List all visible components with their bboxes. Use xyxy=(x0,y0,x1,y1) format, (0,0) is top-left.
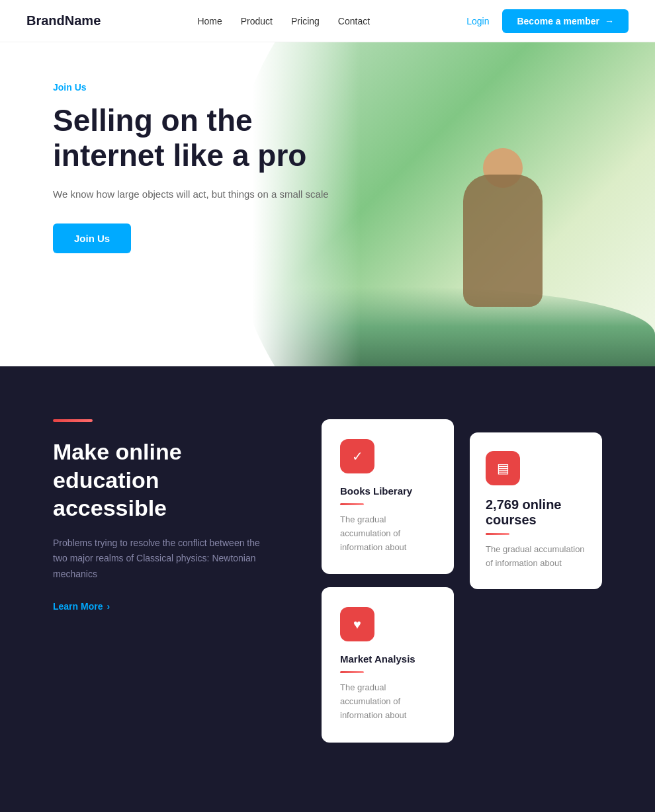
market-icon-wrap: ♥ xyxy=(340,607,374,641)
navbar: BrandName Home Product Pricing Contact L… xyxy=(0,0,655,42)
books-card-text: The gradual accumulation of information … xyxy=(340,513,435,554)
login-link[interactable]: Login xyxy=(466,16,489,26)
nav-links: Home Product Pricing Contact xyxy=(197,15,370,27)
brand-logo: BrandName xyxy=(26,13,101,28)
market-card-title: Market Analysis xyxy=(340,653,435,665)
courses-icon-wrap: ▤ xyxy=(486,451,520,485)
nav-link-pricing[interactable]: Pricing xyxy=(291,16,320,26)
nav-item-pricing[interactable]: Pricing xyxy=(291,15,320,27)
nav-actions: Login Become a member → xyxy=(466,9,629,33)
courses-count: 2,769 online courses xyxy=(486,497,586,528)
features-title: Make online education accessible xyxy=(53,438,265,522)
hero-tag: Join Us xyxy=(53,82,344,93)
market-analysis-card: ♥ Market Analysis The gradual accumulati… xyxy=(322,587,454,742)
online-courses-card: ▤ 2,769 online courses The gradual accum… xyxy=(470,432,602,589)
become-member-button[interactable]: Become a member → xyxy=(502,9,629,33)
checkmark-icon: ✓ xyxy=(352,448,363,464)
main-cards-column: ✓ Books Liberary The gradual accumulatio… xyxy=(322,419,454,743)
books-icon-wrap: ✓ xyxy=(340,439,374,473)
features-left-content: Make online education accessible Problem… xyxy=(53,419,265,612)
become-member-label: Become a member xyxy=(517,16,599,26)
nav-link-product[interactable]: Product xyxy=(241,16,273,26)
hero-figure xyxy=(404,82,602,320)
market-card-accent xyxy=(340,671,364,673)
features-description: Problems trying to resolve the conflict … xyxy=(53,536,265,583)
figure-body xyxy=(463,175,543,307)
books-library-card: ✓ Books Liberary The gradual accumulatio… xyxy=(322,419,454,574)
books-card-title: Books Liberary xyxy=(340,485,435,497)
nav-item-product[interactable]: Product xyxy=(241,15,273,27)
learn-more-label: Learn More xyxy=(53,601,103,612)
courses-icon: ▤ xyxy=(497,460,509,476)
market-card-text: The gradual accumulation of information … xyxy=(340,681,435,722)
nav-link-home[interactable]: Home xyxy=(197,16,222,26)
bottom-section xyxy=(0,795,655,812)
nav-item-home[interactable]: Home xyxy=(197,15,222,27)
hero-subtitle: We know how large objects will act, but … xyxy=(53,186,344,202)
nav-link-contact[interactable]: Contact xyxy=(338,16,370,26)
hero-content: Join Us Selling on the internet like a p… xyxy=(0,42,344,253)
chevron-right-icon: › xyxy=(107,601,110,612)
books-card-accent xyxy=(340,503,364,505)
nav-item-contact[interactable]: Contact xyxy=(338,15,370,27)
learn-more-link[interactable]: Learn More › xyxy=(53,601,265,612)
features-accent-line xyxy=(53,419,93,422)
arrow-icon: → xyxy=(605,16,614,26)
courses-text: The gradual accumulation of information … xyxy=(486,543,586,571)
features-section: Make online education accessible Problem… xyxy=(0,366,655,795)
heart-icon: ♥ xyxy=(353,617,361,632)
courses-accent xyxy=(486,533,509,535)
hero-section: Join Us Selling on the internet like a p… xyxy=(0,42,655,366)
hero-title: Selling on the internet like a pro xyxy=(53,103,344,173)
hero-cta-button[interactable]: Join Us xyxy=(53,223,131,253)
